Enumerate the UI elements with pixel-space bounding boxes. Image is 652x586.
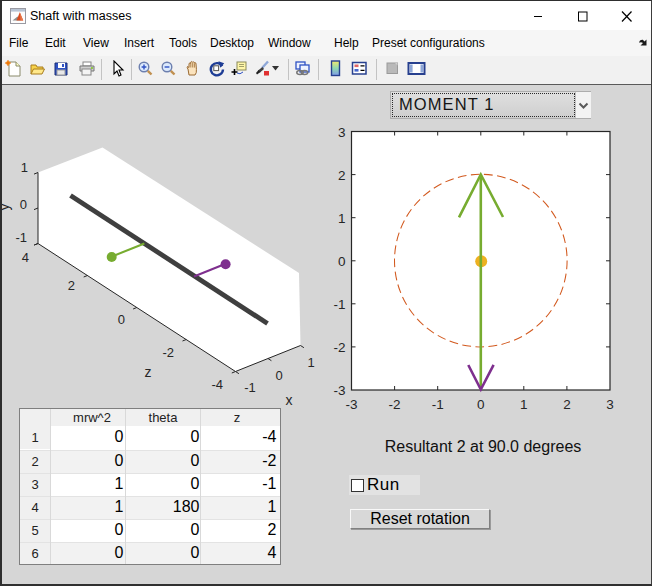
svg-text:-3: -3 (333, 383, 345, 398)
svg-text:-4: -4 (211, 377, 223, 392)
svg-text:-1: -1 (432, 397, 444, 412)
svg-text:0: 0 (477, 397, 485, 412)
svg-text:-1: -1 (15, 230, 27, 245)
svg-text:-1: -1 (244, 380, 256, 395)
svg-text:-2: -2 (389, 397, 401, 412)
svg-text:-2: -2 (333, 340, 345, 355)
svg-text:-1: -1 (333, 297, 345, 312)
svg-text:0: 0 (118, 312, 125, 327)
svg-text:y: y (1, 204, 12, 211)
svg-text:4: 4 (22, 250, 29, 265)
svg-text:0: 0 (20, 197, 27, 212)
svg-text:3: 3 (338, 125, 346, 140)
svg-text:-3: -3 (345, 397, 357, 412)
svg-text:0: 0 (275, 368, 282, 383)
svg-text:0: 0 (338, 254, 346, 269)
svg-text:1: 1 (21, 160, 28, 175)
svg-text:2: 2 (68, 278, 75, 293)
svg-text:z: z (145, 364, 152, 380)
svg-text:1: 1 (338, 211, 346, 226)
svg-text:1: 1 (520, 397, 528, 412)
svg-text:1: 1 (307, 355, 314, 370)
svg-text:x: x (286, 392, 293, 408)
svg-text:-2: -2 (162, 345, 174, 360)
svg-text:2: 2 (563, 397, 571, 412)
svg-text:3: 3 (606, 397, 614, 412)
svg-text:2: 2 (338, 168, 346, 183)
